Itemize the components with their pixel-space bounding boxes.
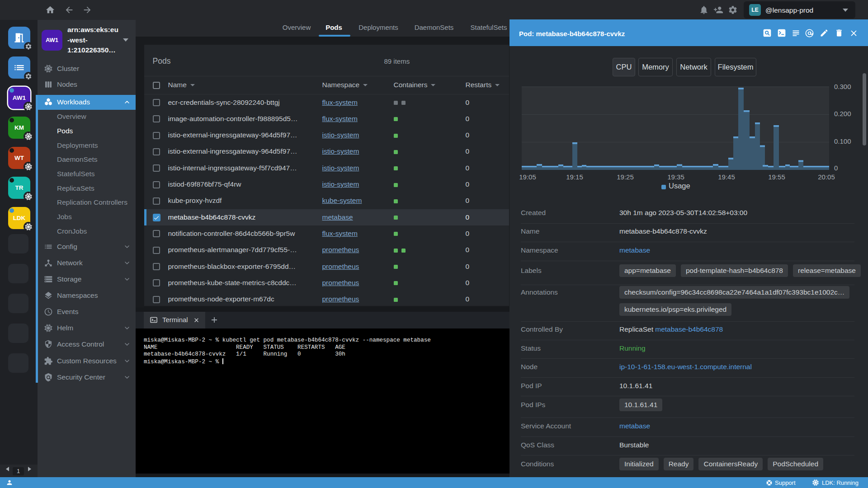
svg-text:20:05: 20:05: [818, 173, 835, 181]
svg-text:0.100: 0.100: [834, 137, 851, 145]
svg-text:0.200: 0.200: [834, 110, 851, 117]
svg-text:19:15: 19:15: [566, 173, 583, 181]
svg-text:19:05: 19:05: [519, 173, 536, 181]
svg-text:0.300: 0.300: [834, 83, 851, 90]
svg-text:0: 0: [834, 164, 838, 172]
svg-text:19:55: 19:55: [768, 173, 785, 181]
svg-text:19:25: 19:25: [617, 173, 634, 181]
svg-text:19:45: 19:45: [718, 173, 735, 181]
svg-text:19:35: 19:35: [667, 173, 684, 181]
